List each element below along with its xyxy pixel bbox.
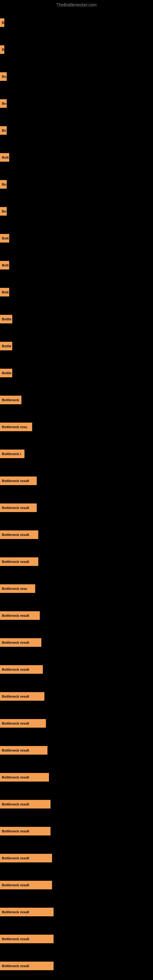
bar-label: Bottleneck result [0, 692, 45, 701]
bar-row: Bottleneck r [0, 441, 153, 467]
bar-label: Bottleneck result [0, 638, 41, 647]
bar-row: Bo [0, 90, 153, 117]
bar-label: Bottle [0, 342, 12, 350]
bars-container: BBBoBoBoBottBoBoBottBottBottBottleBottle… [0, 9, 153, 979]
bar-label: Bo [0, 126, 7, 135]
bar-label: B [0, 18, 4, 27]
bar-label: Bott [0, 261, 9, 269]
bar-row: Bottleneck result [0, 521, 153, 548]
bar-row: Bo [0, 117, 153, 144]
bar-label: Bottleneck result [0, 530, 38, 539]
bar-row: Bottle [0, 332, 153, 360]
bar-row: Bottleneck result [0, 602, 153, 629]
bar-label: B [0, 45, 4, 54]
bar-row: Bott [0, 279, 153, 305]
bar-label: Bottleneck result [0, 557, 38, 566]
bar-label: Bottleneck r [0, 450, 24, 458]
bar-row: B [0, 9, 153, 36]
bar-row: Bottleneck result [0, 845, 153, 872]
bar-row: Bottle [0, 360, 153, 387]
bar-row: Bo [0, 63, 153, 90]
bar-row: Bottleneck result [0, 548, 153, 575]
bar-label: Bo [0, 99, 7, 108]
bar-row: B [0, 36, 153, 63]
bar-row: Bottleneck result [0, 926, 153, 953]
bar-label: Bottleneck result [0, 908, 54, 916]
bar-row: Bo [0, 198, 153, 225]
bar-row: Bottleneck [0, 387, 153, 414]
bar-row: Bott [0, 225, 153, 252]
bar-label: Bottleneck result [0, 827, 51, 835]
bar-label: Bottleneck resu [0, 423, 32, 431]
bar-label: Bott [0, 288, 9, 296]
bar-row: Bottleneck result [0, 872, 153, 899]
bar-row: Bottleneck result [0, 953, 153, 979]
bar-row: Bottleneck result [0, 494, 153, 521]
bar-label: Bo [0, 207, 7, 216]
bar-label: Bottleneck result [0, 477, 37, 485]
bar-label: Bott [0, 234, 9, 243]
bar-label: Bottleneck result [0, 854, 52, 862]
bar-label: Bottleneck result [0, 665, 43, 674]
bar-row: Bottleneck resu [0, 575, 153, 602]
bar-row: Bottleneck result [0, 791, 153, 818]
bar-row: Bottleneck result [0, 467, 153, 494]
bar-label: Bottleneck result [0, 746, 48, 755]
bar-row: Bott [0, 144, 153, 171]
bar-row: Bottleneck result [0, 629, 153, 656]
bar-row: Bottleneck result [0, 656, 153, 683]
bar-label: Bottleneck result [0, 773, 49, 781]
bar-row: Bott [0, 252, 153, 279]
bar-row: Bottleneck result [0, 737, 153, 764]
bar-row: Bo [0, 171, 153, 198]
site-title: TheBottlenecker.com [0, 0, 153, 10]
bar-label: Bottleneck resu [0, 584, 35, 593]
bar-label: Bottleneck result [0, 611, 40, 620]
bar-label: Bo [0, 180, 7, 189]
bar-label: Bo [0, 72, 7, 81]
bar-row: Bottle [0, 305, 153, 332]
bar-label: Bottleneck result [0, 935, 54, 943]
bar-label: Bottleneck result [0, 719, 46, 728]
bar-label: Bottleneck [0, 396, 21, 404]
bar-row: Bottleneck result [0, 818, 153, 845]
bar-row: Bottleneck resu [0, 414, 153, 441]
bar-row: Bottleneck result [0, 683, 153, 710]
bar-row: Bottleneck result [0, 710, 153, 737]
bar-label: Bottleneck result [0, 800, 51, 808]
bar-label: Bottle [0, 315, 12, 323]
bar-row: Bottleneck result [0, 764, 153, 791]
bar-label: Bottleneck result [0, 881, 52, 889]
bar-label: Bottleneck result [0, 503, 37, 512]
bar-label: Bottle [0, 369, 12, 377]
bar-label: Bott [0, 153, 9, 162]
bar-row: Bottleneck result [0, 899, 153, 926]
bar-label: Bottleneck result [0, 962, 54, 970]
